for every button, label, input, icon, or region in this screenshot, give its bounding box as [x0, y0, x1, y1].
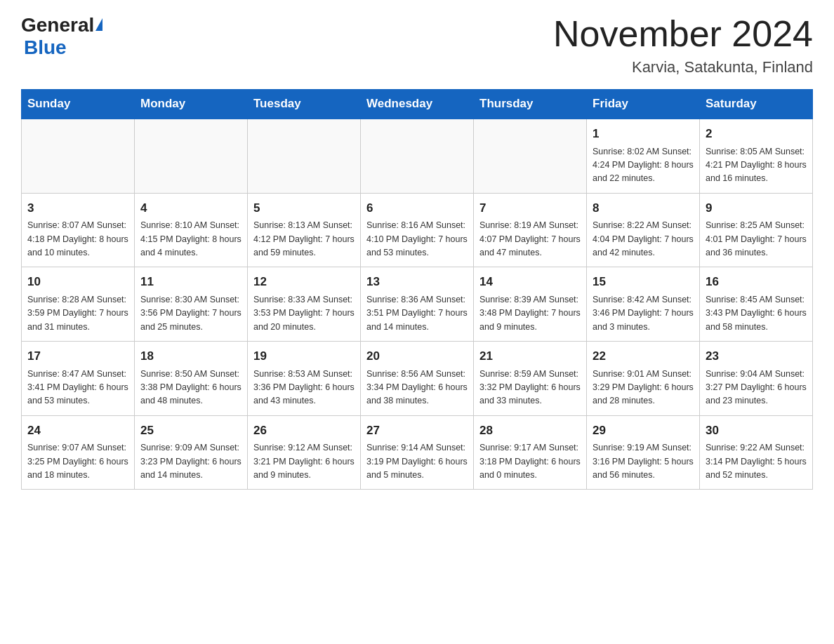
calendar-cell: 2Sunrise: 8:05 AM Sunset: 4:21 PM Daylig… [700, 119, 813, 193]
calendar-cell: 7Sunrise: 8:19 AM Sunset: 4:07 PM Daylig… [474, 193, 587, 267]
calendar-cell: 1Sunrise: 8:02 AM Sunset: 4:24 PM Daylig… [587, 119, 700, 193]
day-number: 29 [593, 422, 694, 440]
calendar-cell: 11Sunrise: 8:30 AM Sunset: 3:56 PM Dayli… [135, 267, 248, 342]
day-info: Sunrise: 9:14 AM Sunset: 3:19 PM Dayligh… [366, 441, 468, 482]
day-info: Sunrise: 8:25 AM Sunset: 4:01 PM Dayligh… [706, 219, 807, 260]
day-number: 24 [27, 422, 128, 440]
calendar-cell: 22Sunrise: 9:01 AM Sunset: 3:29 PM Dayli… [587, 342, 700, 416]
days-of-week-row: SundayMondayTuesdayWednesdayThursdayFrid… [22, 90, 813, 119]
day-number: 26 [253, 422, 355, 440]
logo-blue-line: Blue [21, 36, 67, 59]
day-number: 3 [27, 199, 128, 217]
week-row: 10Sunrise: 8:28 AM Sunset: 3:59 PM Dayli… [22, 267, 813, 342]
day-info: Sunrise: 9:01 AM Sunset: 3:29 PM Dayligh… [593, 368, 694, 408]
day-number: 12 [253, 273, 355, 291]
day-number: 15 [593, 273, 694, 291]
day-number: 22 [593, 347, 694, 365]
day-number: 27 [366, 422, 468, 440]
week-row: 24Sunrise: 9:07 AM Sunset: 3:25 PM Dayli… [22, 415, 813, 490]
day-of-week-header: Thursday [474, 90, 587, 119]
day-number: 16 [706, 273, 807, 291]
logo-blue-text: Blue [21, 36, 67, 58]
day-info: Sunrise: 8:59 AM Sunset: 3:32 PM Dayligh… [479, 368, 581, 408]
day-number: 5 [253, 199, 355, 217]
day-info: Sunrise: 8:13 AM Sunset: 4:12 PM Dayligh… [253, 219, 355, 260]
day-info: Sunrise: 8:30 AM Sunset: 3:56 PM Dayligh… [140, 293, 241, 334]
day-number: 17 [27, 347, 128, 365]
calendar-header: SundayMondayTuesdayWednesdayThursdayFrid… [22, 90, 813, 119]
calendar-cell: 26Sunrise: 9:12 AM Sunset: 3:21 PM Dayli… [248, 415, 361, 490]
calendar-cell: 21Sunrise: 8:59 AM Sunset: 3:32 PM Dayli… [474, 342, 587, 416]
day-number: 6 [366, 199, 468, 217]
calendar-subtitle: Karvia, Satakunta, Finland [553, 58, 813, 76]
calendar-cell: 25Sunrise: 9:09 AM Sunset: 3:23 PM Dayli… [135, 415, 248, 490]
calendar-cell: 14Sunrise: 8:39 AM Sunset: 3:48 PM Dayli… [474, 267, 587, 342]
logo-area: General Blue [21, 14, 102, 59]
calendar-cell: 24Sunrise: 9:07 AM Sunset: 3:25 PM Dayli… [22, 415, 135, 490]
day-info: Sunrise: 8:10 AM Sunset: 4:15 PM Dayligh… [140, 219, 241, 260]
calendar-cell: 12Sunrise: 8:33 AM Sunset: 3:53 PM Dayli… [248, 267, 361, 342]
calendar-cell: 27Sunrise: 9:14 AM Sunset: 3:19 PM Dayli… [361, 415, 474, 490]
week-row: 1Sunrise: 8:02 AM Sunset: 4:24 PM Daylig… [22, 119, 813, 193]
day-number: 14 [479, 273, 581, 291]
day-info: Sunrise: 9:22 AM Sunset: 3:14 PM Dayligh… [706, 441, 807, 482]
day-info: Sunrise: 8:22 AM Sunset: 4:04 PM Dayligh… [593, 219, 694, 260]
day-info: Sunrise: 8:16 AM Sunset: 4:10 PM Dayligh… [366, 219, 468, 260]
day-info: Sunrise: 9:04 AM Sunset: 3:27 PM Dayligh… [706, 368, 807, 408]
day-number: 21 [479, 347, 581, 365]
day-info: Sunrise: 9:19 AM Sunset: 3:16 PM Dayligh… [593, 441, 694, 482]
day-of-week-header: Sunday [22, 90, 135, 119]
header: General Blue November 2024 Karvia, Satak… [21, 14, 813, 76]
day-number: 9 [706, 199, 807, 217]
calendar-cell: 16Sunrise: 8:45 AM Sunset: 3:43 PM Dayli… [700, 267, 813, 342]
calendar-cell: 4Sunrise: 8:10 AM Sunset: 4:15 PM Daylig… [135, 193, 248, 267]
calendar-cell [22, 119, 135, 193]
day-number: 28 [479, 422, 581, 440]
day-of-week-header: Tuesday [248, 90, 361, 119]
week-row: 17Sunrise: 8:47 AM Sunset: 3:41 PM Dayli… [22, 342, 813, 416]
day-number: 25 [140, 422, 241, 440]
calendar-cell: 28Sunrise: 9:17 AM Sunset: 3:18 PM Dayli… [474, 415, 587, 490]
day-of-week-header: Wednesday [361, 90, 474, 119]
calendar-cell: 6Sunrise: 8:16 AM Sunset: 4:10 PM Daylig… [361, 193, 474, 267]
day-info: Sunrise: 8:45 AM Sunset: 3:43 PM Dayligh… [706, 293, 807, 334]
calendar-cell [248, 119, 361, 193]
day-info: Sunrise: 8:36 AM Sunset: 3:51 PM Dayligh… [366, 293, 468, 334]
day-number: 18 [140, 347, 241, 365]
day-info: Sunrise: 8:07 AM Sunset: 4:18 PM Dayligh… [27, 219, 128, 260]
day-number: 19 [253, 347, 355, 365]
day-number: 23 [706, 347, 807, 365]
calendar-cell [135, 119, 248, 193]
calendar-cell: 19Sunrise: 8:53 AM Sunset: 3:36 PM Dayli… [248, 342, 361, 416]
calendar-cell: 17Sunrise: 8:47 AM Sunset: 3:41 PM Dayli… [22, 342, 135, 416]
day-number: 8 [593, 199, 694, 217]
calendar-cell: 30Sunrise: 9:22 AM Sunset: 3:14 PM Dayli… [700, 415, 813, 490]
day-number: 13 [366, 273, 468, 291]
calendar-cell: 8Sunrise: 8:22 AM Sunset: 4:04 PM Daylig… [587, 193, 700, 267]
day-number: 11 [140, 273, 241, 291]
day-number: 7 [479, 199, 581, 217]
day-info: Sunrise: 8:19 AM Sunset: 4:07 PM Dayligh… [479, 219, 581, 260]
calendar-cell: 18Sunrise: 8:50 AM Sunset: 3:38 PM Dayli… [135, 342, 248, 416]
day-info: Sunrise: 8:47 AM Sunset: 3:41 PM Dayligh… [27, 368, 128, 408]
day-info: Sunrise: 8:39 AM Sunset: 3:48 PM Dayligh… [479, 293, 581, 334]
day-number: 4 [140, 199, 241, 217]
calendar-cell: 9Sunrise: 8:25 AM Sunset: 4:01 PM Daylig… [700, 193, 813, 267]
day-info: Sunrise: 8:56 AM Sunset: 3:34 PM Dayligh… [366, 368, 468, 408]
calendar-cell: 10Sunrise: 8:28 AM Sunset: 3:59 PM Dayli… [22, 267, 135, 342]
calendar-cell: 29Sunrise: 9:19 AM Sunset: 3:16 PM Dayli… [587, 415, 700, 490]
logo: General [21, 14, 102, 36]
calendar-table: SundayMondayTuesdayWednesdayThursdayFrid… [21, 89, 813, 490]
calendar-body: 1Sunrise: 8:02 AM Sunset: 4:24 PM Daylig… [22, 119, 813, 490]
day-info: Sunrise: 9:09 AM Sunset: 3:23 PM Dayligh… [140, 441, 241, 482]
day-of-week-header: Saturday [700, 90, 813, 119]
day-of-week-header: Monday [135, 90, 248, 119]
calendar-cell [474, 119, 587, 193]
day-info: Sunrise: 8:42 AM Sunset: 3:46 PM Dayligh… [593, 293, 694, 334]
calendar-cell: 13Sunrise: 8:36 AM Sunset: 3:51 PM Dayli… [361, 267, 474, 342]
title-area: November 2024 Karvia, Satakunta, Finland [553, 14, 813, 76]
logo-triangle-icon [95, 18, 102, 31]
calendar-cell: 23Sunrise: 9:04 AM Sunset: 3:27 PM Dayli… [700, 342, 813, 416]
calendar-cell: 20Sunrise: 8:56 AM Sunset: 3:34 PM Dayli… [361, 342, 474, 416]
day-number: 30 [706, 422, 807, 440]
